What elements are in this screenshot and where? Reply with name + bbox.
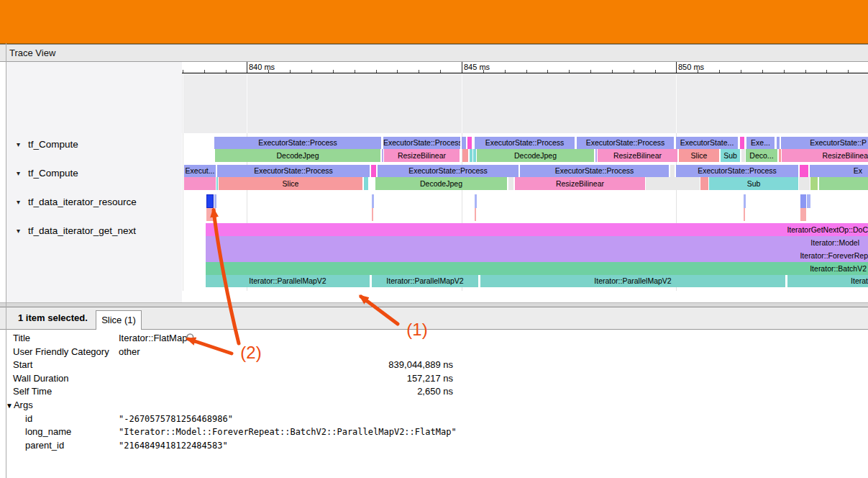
trace-slice[interactable] [595, 149, 597, 162]
trace-slice[interactable]: ExecutorState::Process [520, 165, 669, 177]
trace-slice[interactable] [508, 177, 513, 190]
trace-slice[interactable] [740, 137, 744, 149]
trace-slice[interactable]: Iterator::ParallelMapV2 [372, 275, 478, 287]
trace-slice[interactable] [372, 194, 374, 208]
trace-slice[interactable] [800, 194, 806, 208]
args-row: ▼Args [0, 399, 868, 412]
trace-slice[interactable]: ExecutorState::Process [676, 165, 798, 177]
trace-slice[interactable] [779, 149, 781, 162]
trace-slice[interactable]: ExecutorState::P [781, 137, 868, 149]
trace-slice[interactable]: Deco... [746, 149, 777, 162]
expander-triangle-icon[interactable]: ▾ [17, 196, 20, 209]
trace-slice[interactable]: Iterator::BatchV2 [206, 262, 868, 275]
detail-value: 2,650 ns [119, 386, 453, 397]
trace-slice[interactable]: Iterat [787, 275, 868, 287]
sidebar-track-3[interactable]: ▾tf_data_iterator_get_next [6, 225, 182, 238]
trace-slice[interactable]: ResizeBilinear [515, 177, 645, 190]
trace-slice[interactable]: Sub [709, 177, 798, 190]
trace-slice[interactable]: ResizeBilinea [782, 149, 868, 162]
trace-slice[interactable]: ExecutorState::Process [577, 137, 674, 149]
trace-slice[interactable] [462, 149, 468, 162]
trace-slice[interactable]: Ex [810, 165, 868, 177]
sidebar-track-0[interactable]: ▾tf_Compute [6, 138, 182, 151]
trace-slice[interactable] [184, 177, 216, 190]
trace-slice[interactable]: DecodeJpeg [477, 149, 594, 162]
arg-key: parent_id [25, 440, 64, 451]
trace-slice[interactable] [470, 149, 472, 162]
trace-slice[interactable] [700, 177, 708, 190]
trace-slice[interactable]: ExecutorState::Process [383, 137, 460, 149]
ruler-minor-tick [569, 70, 570, 73]
trace-slice[interactable]: Iterator::ParallelMapV2 [206, 275, 370, 287]
trace-slice[interactable] [214, 194, 216, 208]
trace-slice[interactable]: Iterator::ForeverRep [206, 249, 868, 262]
trace-slice[interactable]: DecodeJpeg [215, 149, 380, 162]
trace-slice[interactable] [216, 177, 218, 190]
sidebar-track-1[interactable]: ▾tf_Compute [6, 167, 182, 180]
trace-slice[interactable] [744, 194, 746, 208]
app-window: Trace View ▾tf_Compute▾tf_Compute▾tf_dat… [0, 0, 868, 478]
slice-iterator-get-next[interactable]: IteratorGetNextOp::DoC [206, 223, 868, 236]
timeline-overview [182, 73, 868, 133]
trace-slice[interactable] [741, 149, 745, 162]
trace-slice[interactable]: ExecutorState::Process [475, 137, 575, 149]
magnifier-icon[interactable] [186, 333, 197, 346]
arg-value: "2164849418122484583" [119, 441, 228, 451]
args-expander[interactable]: ▼Args [6, 400, 33, 410]
trace-slice[interactable]: ExecutorState::Process [214, 137, 381, 149]
trace-slice[interactable] [206, 208, 216, 221]
tab-slice[interactable]: Slice (1) [96, 310, 142, 330]
details-panel: TitleIterator::FlatMapUser Friendly Cate… [0, 330, 868, 478]
trace-slice[interactable]: ExecutorState::Process [378, 165, 518, 177]
trace-slice[interactable] [810, 177, 818, 190]
trace-slice[interactable] [800, 208, 806, 221]
trace-slice[interactable] [799, 177, 810, 190]
trace-slice[interactable]: ResizeBilinear [384, 149, 460, 162]
trace-slice[interactable]: Execut... [184, 165, 216, 177]
trace-slice[interactable] [819, 177, 868, 190]
ruler-minor-tick [333, 70, 334, 73]
ruler-tick-label: 845 ms [464, 63, 490, 71]
trace-slice[interactable]: Slice [219, 177, 362, 190]
selected-slice[interactable] [206, 194, 214, 208]
panel-splitter[interactable] [0, 302, 868, 307]
trace-slice[interactable] [467, 137, 472, 149]
arg-value: "-2670575781256468986" [119, 414, 233, 424]
timeline-ruler: 840 ms845 ms850 ms [182, 62, 868, 73]
trace-slice[interactable]: ResizeBilinear [598, 149, 677, 162]
ruler-minor-tick [483, 70, 484, 73]
trace-slice[interactable]: DecodeJpeg [375, 177, 507, 190]
trace-slice[interactable] [371, 165, 376, 177]
trace-slice[interactable] [372, 208, 373, 221]
expander-triangle-icon[interactable]: ▾ [17, 167, 20, 180]
trace-slice[interactable] [475, 194, 477, 208]
ruler-minor-tick [440, 70, 441, 73]
trace-slice[interactable]: Slice [679, 149, 719, 162]
triangle-down-icon[interactable]: ▼ [6, 402, 13, 410]
panel-left-border [6, 43, 6, 478]
expander-triangle-icon[interactable]: ▾ [17, 225, 20, 238]
detail-row-user-friendly-category: User Friendly Categoryother [0, 346, 868, 359]
sidebar-track-2[interactable]: ▾tf_data_iterator_resource [6, 196, 182, 209]
trace-slice[interactable] [473, 149, 476, 162]
trace-slice[interactable] [475, 208, 476, 221]
trace-slice[interactable]: Iterator::ParallelMapV2 [480, 275, 785, 287]
track-name: tf_data_iterator_get_next [28, 225, 136, 238]
expander-triangle-icon[interactable]: ▾ [17, 138, 20, 151]
trace-slice[interactable] [670, 165, 675, 177]
trace-slice[interactable]: Sub [721, 149, 740, 162]
trace-slice[interactable] [364, 177, 368, 190]
ruler-minor-tick [590, 70, 591, 73]
trace-slice[interactable] [800, 165, 808, 177]
trace-slice[interactable] [777, 137, 780, 149]
trace-slice[interactable] [646, 177, 700, 190]
track-name: tf_data_iterator_resource [28, 196, 137, 209]
trace-slice[interactable]: ExecutorState... [676, 137, 738, 149]
trace-slice[interactable]: ExecutorState::Process [217, 165, 370, 177]
trace-slice[interactable] [807, 194, 810, 208]
trace-slice[interactable] [382, 149, 383, 162]
trace-slice[interactable] [462, 137, 466, 149]
trace-slice[interactable]: Exe... [746, 137, 775, 149]
trace-slice[interactable]: Iterator::Model [206, 236, 868, 249]
trace-slice[interactable] [744, 208, 745, 221]
